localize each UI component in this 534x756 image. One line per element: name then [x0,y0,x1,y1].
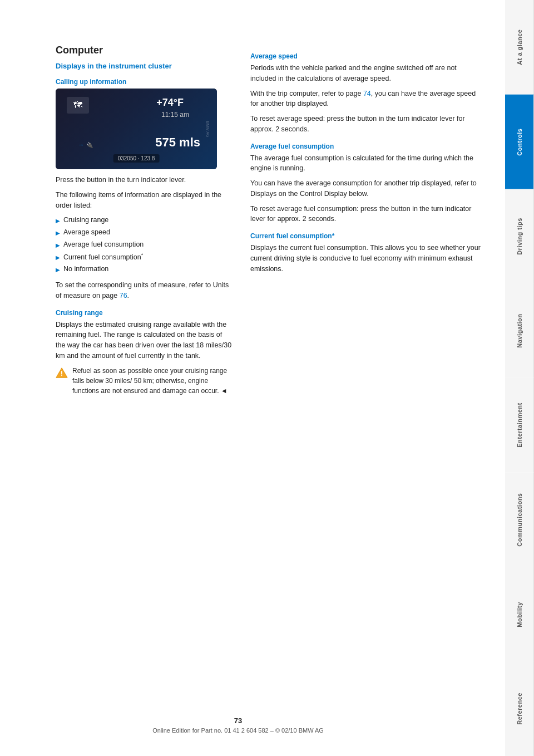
avg-fuel-title: Average fuel consumption [250,143,483,150]
avg-fuel-text3: To reset average fuel consumption: press… [250,204,483,225]
warning-triangle-icon [56,367,68,379]
current-fuel-title: Current fuel consumption* [250,232,483,240]
avg-fuel-text1: The average fuel consumption is calculat… [250,153,483,174]
arrow-icon: ▶ [56,253,60,262]
main-title: Computer [56,45,234,56]
sidebar-tab-mobility[interactable]: Mobility [505,567,534,662]
page-number: 73 [0,716,476,725]
current-fuel-text1: Displays the current fuel consumption. T… [250,243,483,274]
list-item: ▶ Average fuel consumption [56,239,234,250]
average-speed-title: Average speed [250,52,483,60]
cluster-temp: +74°F [156,97,184,109]
sidebar-tab-communications[interactable]: Communications [505,473,534,567]
arrow-icon: ▶ [56,266,60,274]
warning-box: Refuel as soon as possible once your cru… [56,366,234,396]
units-text: To set the corresponding units of measur… [56,280,234,301]
sidebar: At a glance Controls Driving tips Naviga… [505,0,534,756]
warning-text: Refuel as soon as possible once your cru… [72,366,234,396]
press-button-text: Press the button in the turn indicator l… [56,175,234,185]
cluster-watermark: BMW AG [206,121,210,137]
list-item: ▶ Average speed [56,227,234,238]
average-speed-text3: To reset average speed: press the button… [250,114,483,135]
cluster-miles: 575 mls [155,135,200,150]
arrow-icon: ▶ [56,241,60,249]
list-item: ▶ No information [56,264,234,274]
average-speed-text1: Periods with the vehicle parked and the … [250,63,483,84]
sidebar-tab-driving-tips[interactable]: Driving tips [505,189,534,284]
list-item: ▶ Cruising range [56,215,234,225]
cluster-odometer: 032050 · 123.8 [113,154,160,163]
cruising-range-text: Displays the estimated cruising range av… [56,320,234,361]
bullet-list: ▶ Cruising range ▶ Average speed ▶ Avera… [56,215,234,274]
cluster-arrow: → 🔌 [78,141,93,148]
cluster-nav-icon: 🗺 [67,97,89,114]
arrow-icon: ▶ [56,229,60,237]
units-page-link[interactable]: 76 [120,292,127,300]
cluster-image: 🗺 +74°F 11:15 am → 🔌 575 mls 032050 · 12… [56,89,217,169]
displays-subtitle: Displays in the instrument cluster [56,62,234,70]
page-footer: 73 Online Edition for Part no. 01 41 2 6… [0,716,476,734]
following-items-text: The following items of information are d… [56,190,234,211]
cluster-time: 11:15 am [161,111,189,119]
svg-point-0 [61,375,62,376]
sidebar-tab-entertainment[interactable]: Entertainment [505,378,534,473]
average-speed-page-link[interactable]: 74 [363,90,371,97]
sidebar-tab-at-a-glance[interactable]: At a glance [505,0,534,95]
sidebar-tab-controls[interactable]: Controls [505,95,534,189]
avg-fuel-text2: You can have the average consumption for… [250,178,483,199]
sidebar-tab-navigation[interactable]: Navigation [505,283,534,378]
arrow-icon: ▶ [56,217,60,225]
calling-up-title: Calling up information [56,78,234,86]
average-speed-text2: With the trip computer, refer to page 74… [250,89,483,110]
footer-text: Online Edition for Part no. 01 41 2 604 … [152,727,324,734]
list-item: ▶ Current fuel consumption* [56,252,234,263]
sidebar-tab-reference[interactable]: Reference [505,661,534,756]
cruising-range-title: Cruising range [56,309,234,317]
